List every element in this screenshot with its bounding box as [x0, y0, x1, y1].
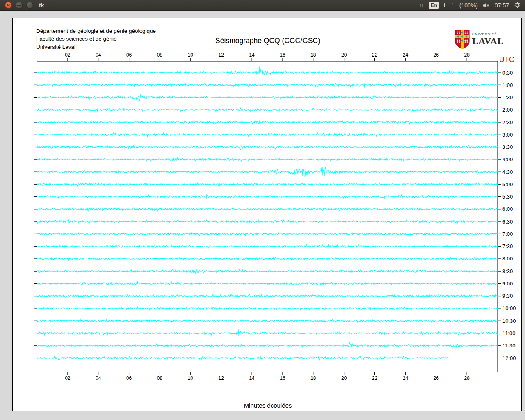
utc-time-label: 2:00 [502, 107, 513, 113]
utc-time-label: 0:30 [502, 70, 513, 76]
x-tick-label-top: 24 [403, 52, 409, 58]
trace-row [37, 208, 498, 211]
battery-percent[interactable]: (100%) [459, 2, 478, 9]
utc-time-label: 3:30 [502, 144, 513, 150]
top-panel: ✕ — ▫ tk ↑↓ En (100%) 07:57 [0, 0, 525, 11]
utc-time-label: 10:30 [502, 318, 516, 324]
trace-row [37, 66, 498, 75]
trace-row [37, 319, 498, 323]
x-tick-label-top: 10 [188, 52, 194, 58]
trace-row [37, 306, 498, 310]
x-tick-label-top: 20 [341, 52, 347, 58]
helicorder-plot: 0202040406060808101012121414161618182020… [13, 18, 523, 412]
trace-row [37, 356, 448, 360]
plot-box [37, 61, 498, 372]
x-tick-label-bottom: 10 [188, 375, 194, 381]
x-tick-label-bottom: 04 [96, 375, 101, 381]
utc-time-label: 6:30 [502, 219, 513, 225]
x-tick-label-top: 08 [157, 52, 163, 58]
x-tick-label-bottom: 06 [126, 375, 132, 381]
x-tick-label-top: 14 [249, 52, 255, 58]
trace-row [37, 183, 498, 186]
utc-time-label: 2:30 [502, 119, 513, 126]
trace-row [37, 108, 498, 112]
maximize-button[interactable]: ▫ [26, 2, 33, 9]
trace-row [37, 244, 498, 248]
x-tick-label-bottom: 18 [310, 375, 316, 381]
minimize-button[interactable]: — [16, 2, 23, 9]
trace-row [37, 144, 498, 151]
minimize-icon: — [17, 3, 21, 7]
utc-time-label: 9:00 [502, 281, 513, 287]
utc-time-label: 12:00 [502, 355, 516, 361]
x-tick-label-bottom: 26 [434, 375, 439, 381]
clock[interactable]: 07:57 [495, 2, 509, 9]
window-controls: ✕ — ▫ [5, 2, 33, 9]
volume-icon[interactable] [483, 2, 490, 8]
x-tick-label-top: 06 [126, 52, 132, 58]
x-tick-label-bottom: 20 [341, 375, 347, 381]
utc-time-label: 1:00 [502, 82, 513, 88]
x-tick-label-top: 18 [310, 52, 316, 58]
trace-row [37, 257, 498, 261]
utc-time-label: 7:00 [502, 231, 513, 237]
x-tick-label-bottom: 02 [65, 375, 71, 381]
trace-row [37, 132, 498, 137]
x-tick-label-top: 26 [434, 52, 439, 58]
battery-icon[interactable] [444, 3, 454, 7]
utc-time-label: 1:30 [502, 94, 513, 100]
keyboard-layout-indicator[interactable]: En [429, 2, 439, 9]
trace-row [37, 194, 498, 199]
trace-row [37, 120, 498, 124]
utc-time-label: 4:00 [502, 156, 513, 162]
trace-row [37, 232, 498, 236]
trace-row [37, 294, 498, 298]
x-tick-label-bottom: 28 [464, 375, 470, 381]
utc-time-label: 7:30 [502, 243, 513, 249]
gear-icon[interactable] [514, 2, 521, 9]
utc-time-label: 9:30 [502, 293, 513, 299]
trace-row [37, 329, 498, 336]
x-tick-label-top: 12 [219, 52, 224, 58]
utc-time-label: 8:00 [502, 256, 513, 262]
x-tick-label-top: 28 [464, 52, 470, 58]
window-title: tk [39, 2, 44, 9]
x-tick-label-top: 04 [96, 52, 101, 58]
utc-time-label: 5:30 [502, 194, 513, 200]
utc-time-label: 8:30 [502, 268, 513, 274]
utc-time-label: 6:00 [502, 206, 513, 212]
utc-time-label: 5:00 [502, 181, 513, 187]
x-tick-label-bottom: 08 [157, 375, 163, 381]
x-tick-label-bottom: 24 [403, 375, 409, 381]
utc-time-label: 3:00 [502, 132, 513, 138]
maximize-icon: ▫ [29, 3, 31, 7]
trace-row [37, 269, 498, 274]
trace-row [37, 157, 498, 162]
x-tick-label-bottom: 14 [249, 375, 255, 381]
tk-window-body: Département de géologie et de génie géol… [0, 11, 525, 420]
network-arrows-icon[interactable]: ↑↓ [419, 2, 424, 9]
trace-row [37, 94, 498, 102]
x-tick-label-top: 02 [65, 52, 71, 58]
utc-time-label: 4:30 [502, 169, 513, 175]
utc-time-label: 11:00 [502, 330, 516, 336]
utc-time-label: 10:00 [502, 305, 516, 311]
trace-row [37, 167, 498, 176]
x-tick-label-bottom: 12 [219, 375, 224, 381]
x-tick-label-bottom: 16 [280, 375, 285, 381]
seismograph-canvas: Département de géologie et de génie géol… [12, 18, 522, 411]
x-tick-label-top: 16 [280, 52, 285, 58]
x-tick-label-top: 22 [372, 52, 378, 58]
system-tray: ↑↓ En (100%) 07:57 [419, 2, 521, 9]
utc-time-label: 11:30 [502, 342, 516, 349]
close-button[interactable]: ✕ [5, 2, 12, 9]
trace-row [37, 83, 498, 88]
trace-row [37, 219, 498, 224]
close-icon: ✕ [7, 3, 10, 7]
x-tick-label-bottom: 22 [372, 375, 378, 381]
trace-row [37, 342, 498, 347]
x-axis-title: Minutes écoulées [13, 402, 523, 409]
trace-row [37, 281, 498, 286]
